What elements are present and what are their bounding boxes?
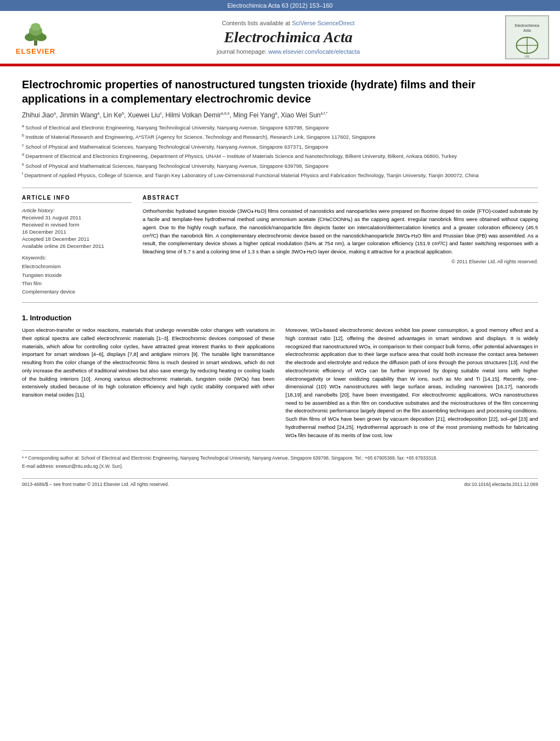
intro-body: Upon electron-transfer or redox reaction… [22,326,538,439]
journal-header: ELSEVIER Contents lists available at Sci… [0,11,560,66]
affiliations: a School of Electrical and Electronic En… [22,123,538,179]
email-note: E-mail address: exwsun@ntu.edu.sg (X.W. … [22,463,538,470]
accepted-date: Accepted 18 December 2011 [22,236,132,242]
online-date: Available online 26 December 2011 [22,243,132,249]
keyword-4: Complementary device [22,287,132,296]
elsevier-logo: ELSEVIER [11,20,60,55]
svg-point-5 [31,23,41,31]
keywords-list: Electrochromism Tungsten trioxide Thin f… [22,262,132,296]
svg-text:Acta: Acta [523,29,531,32]
introduction-section: 1. Introduction Upon electron-transfer o… [22,314,538,439]
article-title: Electrochromic properties of nanostructu… [22,77,538,106]
contents-text: Contents lists available at [222,20,290,26]
keyword-1: Electrochromism [22,262,132,270]
journal-name: Electrochimica Acta [71,29,505,46]
corresponding-author-text: * Corresponding author at: School of Ele… [25,455,438,461]
history-label: Article history: [22,207,132,213]
article-info-heading: ARTICLE INFO [22,195,132,203]
footer-bar: 0013-4686/$ – see front matter © 2011 El… [22,478,538,487]
svg-text:ISE: ISE [524,55,530,58]
homepage-link[interactable]: www.elsevier.com/locate/electacta [268,48,360,55]
elsevier-tree-icon [19,20,52,47]
received-date: Received 31 August 2011 [22,214,132,220]
doi-text: doi:10.1016/j.electacta.2011.12.069 [464,482,538,487]
copyright-line: © 2011 Elsevier Ltd. All rights reserved… [143,259,538,264]
received-revised-label: Received in revised form [22,222,132,228]
affiliation-f: f Department of Applied Physics, College… [22,171,538,179]
header-content: ELSEVIER Contents lists available at Sci… [0,11,560,65]
journal-logo-icon: Electrochimica Acta ISE [506,15,548,59]
journal-logo: Electrochimica Acta ISE [505,15,549,59]
page: Electrochimica Acta 63 (2012) 153–160 EL… [0,0,560,741]
journal-title-block: Contents lists available at SciVerse Sci… [71,20,505,55]
article-content: Electrochromic properties of nanostructu… [0,66,560,498]
homepage-label: journal homepage: [217,48,268,55]
elsevier-brand-text: ELSEVIER [16,47,55,55]
email-text: E-mail address: exwsun@ntu.edu.sg (X.W. … [22,463,123,469]
intro-heading: 1. Introduction [22,314,538,322]
contents-line: Contents lists available at SciVerse Sci… [71,20,505,26]
affiliation-a: a School of Electrical and Electronic En… [22,123,538,132]
article-info-column: ARTICLE INFO Article history: Received 3… [22,195,132,296]
intro-left-text: Upon electron-transfer or redox reaction… [22,326,275,399]
intro-right-col: Moreover, WO₃-based electrochromic devic… [286,326,539,439]
issn-text: 0013-4686/$ – see front matter © 2011 El… [22,482,169,487]
keywords-label: Keywords: [22,254,132,261]
affiliation-c: c School of Physical and Mathematical Sc… [22,143,538,151]
affiliation-d: d Department of Electrical and Electroni… [22,152,538,160]
abstract-column: ABSTRACT Orthorhombic hydrated tungsten … [143,195,538,296]
abstract-text: Orthorhombic hydrated tungsten trioxide … [143,207,538,256]
keyword-3: Thin film [22,279,132,287]
affiliation-b: b Institute of Material Research and Eng… [22,133,538,141]
affiliation-e: e School of Physical and Mathematical Sc… [22,162,538,170]
authors: Zhihui Jiaoa, Jinmin Wanga, Lin Keb, Xue… [22,111,538,119]
sciverse-link[interactable]: SciVerse ScienceDirect [292,20,354,26]
intro-left-col: Upon electron-transfer or redox reaction… [22,326,275,439]
received-revised-date: 16 December 2011 [22,229,132,235]
svg-text:Electrochimica: Electrochimica [515,24,540,27]
article-meta-section: ARTICLE INFO Article history: Received 3… [22,195,538,296]
journal-ref-text: Electrochimica Acta 63 (2012) 153–160 [227,2,332,9]
abstract-heading: ABSTRACT [143,195,538,203]
keyword-2: Tungsten trioxide [22,271,132,279]
corresponding-author-note: * * Corresponding author at: School of E… [22,455,538,462]
journal-reference-bar: Electrochimica Acta 63 (2012) 153–160 [0,0,560,11]
homepage-line: journal homepage: www.elsevier.com/locat… [71,48,505,55]
divider-2 [22,302,538,303]
page-footer: * * Corresponding author at: School of E… [22,450,538,487]
intro-right-text: Moreover, WO₃-based electrochromic devic… [286,326,539,439]
divider [22,188,538,188]
